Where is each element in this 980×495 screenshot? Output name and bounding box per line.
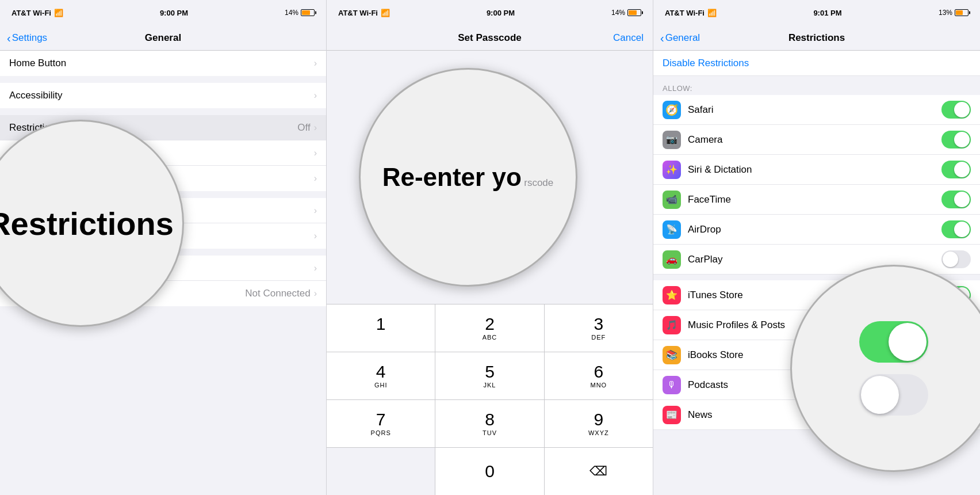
carplay-toggle[interactable] bbox=[941, 250, 971, 268]
settings-list-1: Home Button › Accessibility › Restrictio… bbox=[0, 51, 326, 495]
safari-icon: 🧭 bbox=[663, 101, 681, 119]
nav-title-1: General bbox=[145, 32, 181, 44]
mag3-toggle-off bbox=[859, 374, 928, 416]
chevron-language: › bbox=[314, 205, 317, 216]
siri-label: Siri & Dictation bbox=[688, 164, 935, 176]
nav-title-2: Set Passcode bbox=[458, 32, 522, 44]
cancel-button-2[interactable]: Cancel bbox=[613, 32, 644, 44]
magnifier-2: Re-enter yo rscode bbox=[359, 68, 577, 287]
carrier-3: AT&T Wi-Fi 📶 bbox=[665, 9, 717, 17]
chevron-home: › bbox=[314, 58, 317, 68]
disable-label: Disable Restrictions bbox=[663, 58, 749, 69]
key-0[interactable]: 0 bbox=[435, 448, 543, 495]
back-chevron-3: ‹ bbox=[660, 32, 664, 44]
safari-toggle[interactable] bbox=[941, 101, 971, 119]
siri-icon: ✨ bbox=[663, 161, 681, 179]
battery-1: 14% bbox=[285, 9, 315, 17]
mag2-text: Re-enter yo bbox=[382, 163, 522, 191]
time-3: 9:01 PM bbox=[813, 9, 841, 17]
key-delete[interactable]: ⌫ bbox=[545, 448, 653, 495]
status-bar-3: AT&T Wi-Fi 📶 9:01 PM 13% bbox=[653, 0, 980, 25]
back-label-1: Settings bbox=[12, 32, 47, 44]
key-2[interactable]: 2 ABC bbox=[435, 304, 543, 352]
mag3-toggle-on bbox=[859, 321, 928, 363]
row-carplay: 🚗 CarPlay bbox=[653, 245, 980, 275]
chevron-vpn: › bbox=[314, 288, 317, 299]
nav-bar-2: Set Passcode Cancel bbox=[327, 25, 653, 51]
siri-toggle[interactable] bbox=[941, 161, 971, 178]
allow-header-text: ALLOW: bbox=[663, 84, 692, 93]
carrier-1: AT&T Wi-Fi 📶 bbox=[12, 9, 63, 17]
key-empty bbox=[327, 448, 435, 495]
key-9[interactable]: 9 WXYZ bbox=[545, 400, 653, 447]
magnifier-text-1: Restrictions bbox=[0, 205, 174, 242]
ibooks-icon: 📚 bbox=[663, 346, 681, 364]
chevron-restrictions: › bbox=[314, 123, 317, 133]
allow-group: 🧭 Safari 📷 Camera ✨ Siri & Dictation bbox=[653, 95, 980, 275]
key-6[interactable]: 6 MNO bbox=[545, 352, 653, 399]
back-label-3: General bbox=[665, 32, 700, 44]
status-bar-2: AT&T Wi-Fi 📶 9:00 PM 14% bbox=[327, 0, 653, 25]
sep1 bbox=[0, 77, 326, 83]
back-chevron-1: ‹ bbox=[7, 32, 11, 44]
itunes-icon: ⭐ bbox=[663, 286, 681, 304]
nav-title-3: Restrictions bbox=[788, 32, 845, 44]
news-icon: 📰 bbox=[663, 406, 681, 424]
disable-row[interactable]: Disable Restrictions bbox=[653, 51, 980, 76]
chevron-blank1: › bbox=[314, 148, 317, 158]
camera-toggle[interactable] bbox=[941, 131, 971, 148]
camera-icon: 📷 bbox=[663, 131, 681, 149]
airdrop-icon: 📡 bbox=[663, 220, 681, 239]
phone3-restrictions: AT&T Wi-Fi 📶 9:01 PM 13% ‹ General Restr… bbox=[653, 0, 980, 495]
group-accessibility: Accessibility › bbox=[0, 83, 326, 108]
key-7[interactable]: 7 PQRS bbox=[327, 400, 435, 447]
status-bar-1: AT&T Wi-Fi 📶 9:00 PM 14% bbox=[0, 0, 326, 25]
carplay-icon: 🚗 bbox=[663, 250, 681, 269]
facetime-toggle[interactable] bbox=[941, 191, 971, 208]
back-button-3[interactable]: ‹ General bbox=[660, 32, 700, 44]
sep2 bbox=[0, 109, 326, 115]
back-button-1[interactable]: ‹ Settings bbox=[7, 32, 47, 44]
airdrop-toggle[interactable] bbox=[941, 220, 971, 238]
nav-bar-3: ‹ General Restrictions bbox=[653, 25, 980, 51]
passcode-keypad: 1 2 ABC 3 DEF 4 GHI 5 JKL 6 MNO bbox=[327, 304, 653, 495]
key-5[interactable]: 5 JKL bbox=[435, 352, 543, 399]
facetime-label: FaceTime bbox=[688, 194, 935, 205]
row-camera: 📷 Camera bbox=[653, 125, 980, 155]
time-1: 9:00 PM bbox=[160, 9, 188, 17]
row-home-button[interactable]: Home Button › bbox=[0, 51, 326, 76]
podcasts-icon: 🎙 bbox=[663, 376, 681, 394]
group-home: Home Button › bbox=[0, 51, 326, 76]
mag2-small: rscode bbox=[524, 177, 553, 188]
passcode-prompt: Re-enter yo rscode bbox=[327, 51, 653, 304]
chevron-blank2: › bbox=[314, 173, 317, 184]
phone2-passcode: AT&T Wi-Fi 📶 9:00 PM 14% Set Passcode Ca… bbox=[327, 0, 653, 495]
carplay-label: CarPlay bbox=[688, 254, 935, 265]
passcode-content: Re-enter yo rscode 1 2 ABC 3 DEF 4 GHI bbox=[327, 51, 653, 495]
carrier-2: AT&T Wi-Fi 📶 bbox=[338, 9, 390, 17]
restrictions-list: Disable Restrictions ALLOW: 🧭 Safari 📷 C… bbox=[653, 51, 980, 495]
magnifier-3 bbox=[790, 265, 980, 472]
chevron-dictionary: › bbox=[314, 231, 317, 241]
key-4[interactable]: 4 GHI bbox=[327, 352, 435, 399]
row-airdrop: 📡 AirDrop bbox=[653, 215, 980, 245]
row-siri: ✨ Siri & Dictation bbox=[653, 155, 980, 185]
chevron-accessibility: › bbox=[314, 90, 317, 101]
key-3[interactable]: 3 DEF bbox=[545, 304, 653, 352]
phone1-general: AT&T Wi-Fi 📶 9:00 PM 14% ‹ Settings Gene… bbox=[0, 0, 327, 495]
key-8[interactable]: 8 TUV bbox=[435, 400, 543, 447]
row-safari: 🧭 Safari bbox=[653, 95, 980, 125]
chevron-itunes-wifi: › bbox=[314, 263, 317, 273]
time-2: 9:00 PM bbox=[487, 9, 515, 17]
allow-header: ALLOW: bbox=[653, 77, 980, 95]
row-facetime: 📹 FaceTime bbox=[653, 185, 980, 215]
safari-label: Safari bbox=[688, 104, 935, 116]
camera-label: Camera bbox=[688, 134, 935, 146]
key-1[interactable]: 1 bbox=[327, 304, 435, 352]
battery-3: 13% bbox=[939, 9, 968, 17]
nav-bar-1: ‹ Settings General bbox=[0, 25, 326, 51]
facetime-icon: 📹 bbox=[663, 191, 681, 209]
airdrop-label: AirDrop bbox=[688, 224, 935, 235]
row-accessibility[interactable]: Accessibility › bbox=[0, 83, 326, 108]
battery-2: 14% bbox=[611, 9, 641, 17]
